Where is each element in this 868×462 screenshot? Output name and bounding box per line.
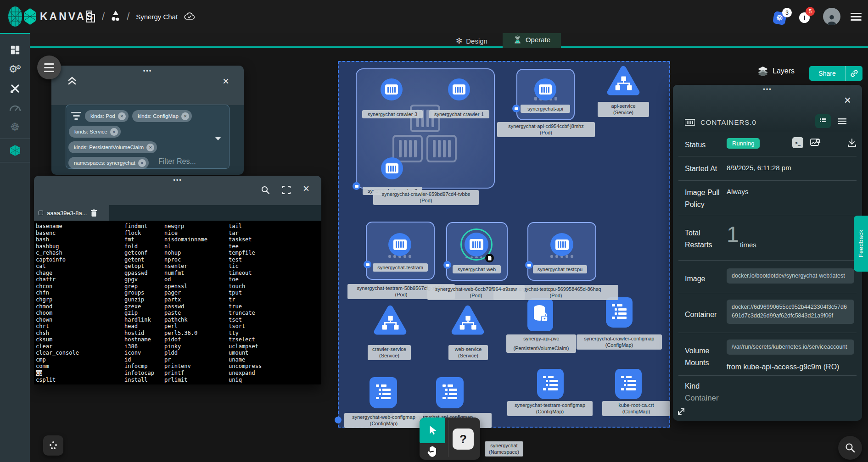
node-label: api-service(Service) [598, 102, 649, 117]
node-label: kube-root-ca.crt(ConfigMap) [602, 401, 670, 416]
view-config-toggle[interactable] [815, 114, 831, 128]
kind-label: Kind [685, 380, 727, 392]
header-menu-button[interactable] [851, 13, 862, 21]
filter-chip-label: kinds: PersistentVolumeClaim [74, 145, 144, 150]
terminal-output[interactable]: basenamebasencbashbashbugc_rehashcaptoin… [34, 221, 321, 384]
terminal-session-tab[interactable]: aaaa39e3-8a... [34, 205, 109, 221]
service-icon[interactable] [373, 304, 407, 338]
layers-label: Layers [773, 67, 795, 75]
collapse-chevrons-icon[interactable] [67, 76, 77, 88]
expand-panel-icon[interactable] [677, 407, 687, 417]
chevron-down-icon[interactable] [215, 137, 221, 140]
trash-icon[interactable] [90, 209, 97, 217]
filter-chip[interactable]: kinds: ConfigMap× [132, 110, 192, 122]
pvc-icon[interactable] [527, 298, 553, 331]
image-pull-policy-value: Always [727, 188, 749, 195]
configmap-icon[interactable] [370, 377, 397, 408]
view-logs-button[interactable] [810, 137, 821, 150]
sidebar-item-connections[interactable]: ☸ [0, 117, 30, 137]
pod-icon[interactable] [381, 157, 403, 179]
chip-remove-icon[interactable]: × [146, 144, 154, 151]
pod-glyph [555, 239, 569, 250]
chip-remove-icon[interactable]: × [181, 112, 189, 120]
pod-icon[interactable] [534, 78, 556, 100]
view-list-toggle[interactable] [834, 114, 850, 128]
search-icon[interactable] [261, 185, 270, 195]
drag-handle-dots[interactable]: ••• [173, 177, 182, 184]
canvas-menu-button[interactable] [37, 56, 61, 79]
drag-handle-dots[interactable]: ••• [763, 86, 772, 93]
node-label: synergychat-testram [373, 263, 428, 272]
sidebar-item-dashboard[interactable] [0, 40, 30, 60]
drag-handle-dots[interactable]: ••• [143, 67, 152, 74]
organization-icon[interactable] [85, 10, 95, 23]
kubernetes-wheel-icon: ☸ [10, 121, 20, 134]
copy-link-button[interactable] [845, 66, 862, 81]
kanvas-brand[interactable]: KANVAS [24, 0, 95, 33]
pod-icon[interactable] [550, 233, 573, 256]
help-mode-button[interactable]: ? [453, 429, 474, 450]
tab-operate-label: Operate [526, 36, 550, 44]
filter-chip[interactable]: namespaces: synergychat× [68, 157, 149, 169]
arrow-cursor-icon [426, 424, 438, 436]
filter-drawer-header: ••• × [51, 66, 244, 105]
gauge-icon [9, 104, 21, 112]
sidebar-item-settings[interactable]: ⚙⚙ [0, 60, 30, 79]
chip-remove-icon[interactable]: × [138, 159, 146, 167]
dots-cluster-icon [48, 440, 58, 451]
filter-chip[interactable]: kinds: Service× [69, 126, 121, 138]
meshsync-snapshot-button[interactable] [43, 435, 63, 456]
open-terminal-button[interactable]: >_ [792, 137, 803, 148]
node-label: synergychat(Namespace) [485, 441, 523, 456]
sidebar-item-performance[interactable] [0, 98, 30, 117]
layers-button[interactable]: Layers [757, 66, 795, 76]
feedback-tab[interactable]: Feedback [854, 216, 868, 272]
service-icon[interactable] [451, 304, 485, 338]
volume-mount-path: /var/run/secrets/kubernetes.io/serviceac… [727, 340, 854, 355]
total-restarts-unit: times [740, 241, 756, 249]
filter-chip[interactable]: kinds: Pod× [85, 110, 129, 122]
details-close-icon[interactable]: × [844, 93, 851, 107]
pod-glyph [453, 84, 465, 95]
filter-funnel-icon [71, 112, 81, 120]
pod-icon[interactable] [381, 78, 403, 100]
filter-chip[interactable]: kinds: PersistentVolumeClaim× [68, 141, 157, 153]
zoom-search-button[interactable] [838, 436, 862, 460]
select-mode-button[interactable] [420, 417, 445, 443]
design-title[interactable]: Synergy Chat [136, 13, 178, 21]
kubernetes-context-button[interactable]: ☸ 3 [773, 9, 789, 24]
filter-close-icon[interactable]: × [223, 75, 229, 88]
terminal-column: basenamebasencbashbashbugc_rehashcaptoin… [36, 223, 79, 383]
sidebar-item-kanvas[interactable] [0, 141, 30, 160]
configmap-icon[interactable] [436, 377, 464, 408]
kanvas-logo-icon [24, 8, 36, 25]
feedback-label: Feedback [857, 229, 864, 257]
node-label: synergychat-web-6ccb79f964-s9ssw(Pod) [427, 285, 525, 300]
configmap-icon[interactable] [615, 369, 642, 399]
pan-mode-button[interactable] [425, 444, 441, 459]
top-header: KANVAS / / Synergy Chat [0, 0, 868, 33]
notifications-button[interactable]: ! 5 [799, 9, 813, 24]
chip-remove-icon[interactable]: × [118, 112, 126, 120]
service-icon[interactable] [606, 65, 640, 99]
tab-design[interactable]: ✻ Design [456, 34, 487, 48]
download-button[interactable] [847, 138, 857, 149]
fullscreen-icon[interactable] [282, 185, 291, 195]
share-button[interactable]: Share [809, 66, 845, 81]
filter-placeholder[interactable]: Filter Res... [158, 157, 196, 166]
chip-remove-icon[interactable]: × [110, 128, 118, 136]
sidebar-divider [0, 139, 30, 139]
configmap-icon[interactable] [606, 297, 633, 328]
configmap-icon[interactable] [537, 369, 564, 399]
tab-operate[interactable]: Operate [503, 32, 561, 48]
terminal-close-icon[interactable]: × [303, 182, 309, 195]
user-avatar[interactable] [823, 8, 840, 25]
container-section-icon [685, 118, 695, 126]
workspace-icon[interactable] [111, 10, 120, 23]
edit-badge-icon[interactable] [485, 254, 494, 262]
tools-icon [10, 83, 21, 94]
sidebar-item-toolbox[interactable] [0, 79, 30, 98]
pod-icon[interactable] [448, 78, 470, 100]
pod-icon[interactable] [388, 233, 411, 256]
connection-dot [335, 417, 342, 423]
